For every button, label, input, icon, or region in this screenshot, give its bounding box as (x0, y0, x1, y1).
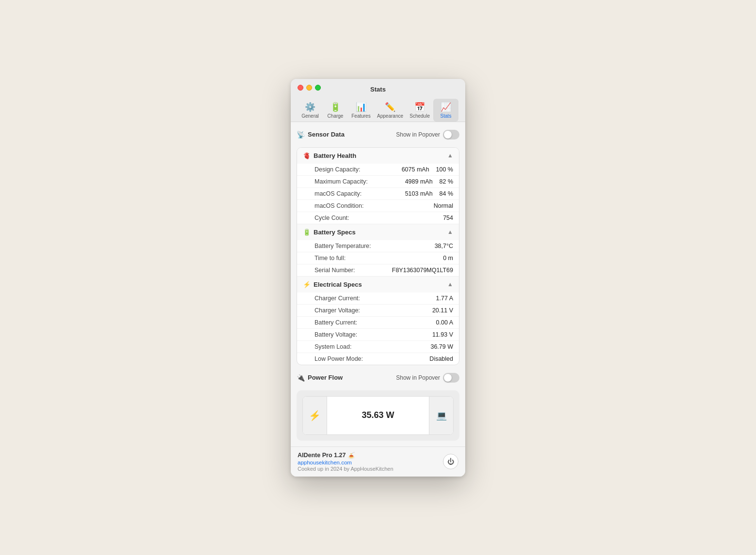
maximize-button[interactable] (315, 85, 321, 91)
toolbar: ⚙️ General 🔋 Charge 📊 Features ✏️ Appear… (298, 97, 458, 122)
power-flow-title: Power Flow (308, 374, 343, 381)
power-flow-popover-label: Show in Popover (396, 374, 440, 381)
macos-condition-label: macOS Condition: (315, 202, 363, 209)
minimize-button[interactable] (306, 85, 312, 91)
table-row: macOS Capacity: 5103 mAh 84 % (297, 188, 459, 200)
schedule-label: Schedule (410, 113, 430, 119)
power-destination-indicator: 💻 (429, 397, 453, 434)
table-row: Cycle Count: 754 (297, 212, 459, 224)
app-icon: 🍝 (347, 452, 355, 459)
table-row: Charger Current: 1.77 A (297, 293, 459, 305)
app-title: AIDente Pro 1.27 🍝 (298, 452, 394, 459)
tab-schedule[interactable]: 📅 Schedule (406, 99, 433, 122)
sensor-data-popover-toggle-group: Show in Popover (396, 130, 459, 139)
footer: AIDente Pro 1.27 🍝 apphousekitchen.com C… (291, 447, 465, 477)
battery-health-rows: Design Capacity: 6075 mAh 100 % Maximum … (297, 164, 459, 224)
charge-label: Charge (328, 113, 344, 119)
table-row: Battery Voltage: 11.93 V (297, 329, 459, 341)
electrical-specs-header[interactable]: ⚡ Electrical Specs ▲ (297, 277, 459, 293)
battery-voltage-value: 11.93 V (432, 331, 453, 338)
tab-stats[interactable]: 📈 Stats (433, 99, 458, 122)
table-row: Design Capacity: 6075 mAh 100 % (297, 164, 459, 176)
app-name: AIDente Pro 1.27 (298, 452, 346, 459)
features-icon: 📊 (356, 102, 366, 112)
electrical-specs-icon: ⚡ (303, 281, 311, 288)
power-source-indicator: ⚡ (303, 397, 327, 434)
system-load-label: System Load: (315, 343, 351, 350)
window-title: Stats (298, 86, 458, 93)
battery-specs-icon: 🔋 (303, 229, 311, 236)
time-to-full-label: Time to full: (315, 255, 346, 262)
charger-voltage-label: Charger Voltage: (315, 307, 360, 314)
charger-current-value: 1.77 A (436, 295, 453, 302)
power-flow-visualization: ⚡ 35.63 W 💻 (302, 396, 454, 435)
battery-specs-rows: Battery Temperature: 38,7°C Time to full… (297, 240, 459, 276)
features-label: Features (351, 113, 370, 119)
table-row: Battery Current: 0.00 A (297, 317, 459, 329)
general-label: General (301, 113, 319, 119)
power-flow-header: 🔌 Power Flow Show in Popover (297, 371, 459, 385)
tab-charge[interactable]: 🔋 Charge (323, 99, 348, 122)
electrical-specs-title-group: ⚡ Electrical Specs (303, 281, 362, 288)
battery-health-title-group: 🫀 Battery Health (303, 152, 356, 159)
battery-health-title: Battery Health (314, 152, 356, 159)
stats-label: Stats (441, 113, 452, 119)
charger-voltage-value: 20.11 V (432, 307, 453, 314)
power-flow-value: 35.63 W (327, 397, 429, 434)
schedule-icon: 📅 (414, 102, 425, 112)
charger-current-label: Charger Current: (315, 295, 360, 302)
table-row: macOS Condition: Normal (297, 200, 459, 212)
power-button[interactable]: ⏻ (443, 454, 458, 469)
power-flow-title-group: 🔌 Power Flow (297, 374, 343, 382)
close-button[interactable] (298, 85, 303, 91)
app-window: Stats ⚙️ General 🔋 Charge 📊 Features ✏️ … (291, 79, 465, 477)
app-link[interactable]: apphousekitchen.com (298, 460, 394, 465)
sensor-data-card: 🫀 Battery Health ▲ Design Capacity: 6075… (297, 147, 459, 365)
macos-capacity-label: macOS Capacity: (315, 190, 362, 197)
battery-health-header[interactable]: 🫀 Battery Health ▲ (297, 148, 459, 164)
cycle-count-value: 754 (443, 215, 453, 221)
time-to-full-value: 0 m (443, 255, 453, 262)
electrical-specs-chevron: ▲ (447, 281, 453, 288)
low-power-mode-label: Low Power Mode: (315, 355, 363, 362)
max-capacity-label: Maximum Capacity: (315, 178, 368, 185)
sensor-data-header: 📡 Sensor Data Show in Popover (297, 128, 459, 141)
sensor-data-popover-toggle[interactable] (443, 130, 459, 139)
low-power-mode-value: Disabled (429, 355, 453, 362)
charge-icon: 🔋 (330, 102, 341, 112)
sensor-data-title: Sensor Data (308, 131, 345, 138)
table-row: Low Power Mode: Disabled (297, 353, 459, 365)
footer-info: AIDente Pro 1.27 🍝 apphousekitchen.com C… (298, 452, 394, 472)
battery-specs-header[interactable]: 🔋 Battery Specs ▲ (297, 224, 459, 240)
battery-health-chevron: ▲ (447, 152, 453, 159)
tab-appearance[interactable]: ✏️ Appearance (374, 99, 406, 122)
battery-health-icon: 🫀 (303, 152, 311, 159)
sensor-data-popover-label: Show in Popover (396, 131, 440, 138)
power-source-icon: ⚡ (309, 410, 321, 421)
power-flow-popover-toggle[interactable] (443, 373, 459, 383)
battery-current-label: Battery Current: (315, 319, 357, 326)
table-row: Battery Temperature: 38,7°C (297, 240, 459, 252)
system-load-value: 36.79 W (430, 343, 453, 350)
battery-specs-chevron: ▲ (447, 229, 453, 235)
battery-specs-title: Battery Specs (314, 229, 356, 236)
tab-features[interactable]: 📊 Features (348, 99, 374, 122)
power-flow-card: ⚡ 35.63 W 💻 (297, 390, 459, 441)
electrical-specs-title: Electrical Specs (314, 281, 362, 288)
table-row: System Load: 36.79 W (297, 341, 459, 353)
battery-specs-subsection: 🔋 Battery Specs ▲ Battery Temperature: 3… (297, 224, 459, 277)
battery-temp-value: 38,7°C (435, 243, 453, 249)
tab-general[interactable]: ⚙️ General (298, 99, 323, 122)
serial-number-value: F8Y1363079MQ1LT69 (392, 267, 453, 274)
power-flow-popover-toggle-group: Show in Popover (396, 373, 459, 383)
electrical-specs-rows: Charger Current: 1.77 A Charger Voltage:… (297, 293, 459, 365)
max-capacity-value: 4989 mAh 82 % (405, 178, 453, 185)
battery-voltage-label: Battery Voltage: (315, 331, 357, 338)
design-capacity-value: 6075 mAh 100 % (402, 166, 453, 173)
sensor-data-title-group: 📡 Sensor Data (297, 131, 345, 139)
design-capacity-label: Design Capacity: (315, 166, 361, 173)
battery-health-subsection: 🫀 Battery Health ▲ Design Capacity: 6075… (297, 148, 459, 224)
battery-specs-title-group: 🔋 Battery Specs (303, 229, 356, 236)
serial-number-label: Serial Number: (315, 267, 355, 274)
content-area: 📡 Sensor Data Show in Popover 🫀 Battery … (291, 122, 465, 447)
